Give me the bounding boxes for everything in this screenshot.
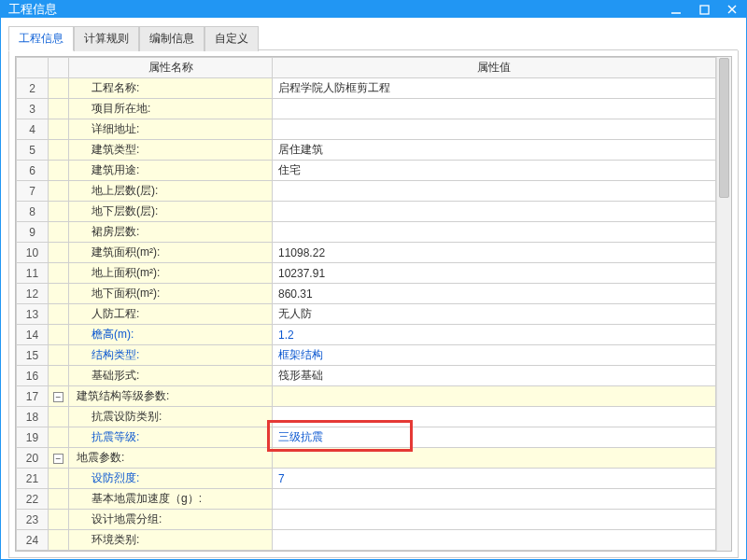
collapse-icon[interactable]: − xyxy=(53,392,63,402)
table-row[interactable]: 16基础形式:筏形基础 xyxy=(17,366,716,386)
tab-calc-rules[interactable]: 计算规则 xyxy=(74,26,139,51)
row-number: 6 xyxy=(17,161,49,181)
table-row[interactable]: 14檐高(m):1.2 xyxy=(17,325,716,345)
property-value[interactable] xyxy=(273,181,716,202)
table-row[interactable]: 24环境类别: xyxy=(17,530,716,551)
tree-cell xyxy=(49,366,69,386)
property-value[interactable] xyxy=(273,530,716,551)
row-number: 3 xyxy=(17,99,49,119)
close-button[interactable] xyxy=(726,3,739,16)
tab-project-info[interactable]: 工程信息 xyxy=(8,26,74,51)
tree-cell xyxy=(49,304,69,325)
tree-cell xyxy=(49,243,69,263)
tree-cell xyxy=(49,78,69,99)
maximize-button[interactable] xyxy=(698,3,711,16)
tree-cell xyxy=(49,202,69,222)
property-value[interactable]: 三级抗震 xyxy=(273,427,716,448)
property-value[interactable]: 1.2 xyxy=(273,325,716,345)
property-value[interactable] xyxy=(273,510,716,530)
row-number: 13 xyxy=(17,304,49,325)
table-row[interactable]: 12地下面积(m²):860.31 xyxy=(17,284,716,304)
tree-cell xyxy=(49,263,69,284)
property-value[interactable]: 860.31 xyxy=(273,284,716,304)
property-value[interactable]: 启程学院人防框剪工程 xyxy=(273,78,716,99)
table-row[interactable]: 10建筑面积(m²):11098.22 xyxy=(17,243,716,263)
row-number: 7 xyxy=(17,181,49,202)
table-row[interactable]: 22基本地震加速度（g）: xyxy=(17,489,716,510)
tree-cell: − xyxy=(49,386,69,407)
table-row[interactable]: 11地上面积(m²):10237.91 xyxy=(17,263,716,284)
table-row[interactable]: 23设计地震分组: xyxy=(17,510,716,530)
property-value[interactable]: 10237.91 xyxy=(273,263,716,284)
property-name: 建筑类型: xyxy=(69,140,273,161)
tree-cell xyxy=(49,345,69,366)
property-name: 建筑面积(m²): xyxy=(69,243,273,263)
property-value[interactable] xyxy=(273,448,716,469)
table-row[interactable]: 9裙房层数: xyxy=(17,222,716,243)
tree-cell xyxy=(49,427,69,448)
table-row[interactable]: 21设防烈度:7 xyxy=(17,469,716,489)
property-value[interactable] xyxy=(273,386,716,407)
property-name: 抗震等级: xyxy=(69,427,273,448)
property-value[interactable] xyxy=(273,119,716,140)
tab-compile-info[interactable]: 编制信息 xyxy=(139,26,204,51)
property-name: 结构类型: xyxy=(69,345,273,366)
tree-cell: − xyxy=(49,448,69,469)
row-number: 5 xyxy=(17,140,49,161)
property-name: 地上面积(m²): xyxy=(69,263,273,284)
property-value[interactable]: 居住建筑 xyxy=(273,140,716,161)
property-value[interactable]: 筏形基础 xyxy=(273,366,716,386)
property-value[interactable]: 框架结构 xyxy=(273,345,716,366)
table-row[interactable]: 3项目所在地: xyxy=(17,99,716,119)
property-value[interactable]: 无人防 xyxy=(273,304,716,325)
property-value[interactable]: 11098.22 xyxy=(273,243,716,263)
row-number: 20 xyxy=(17,448,49,469)
row-number: 11 xyxy=(17,263,49,284)
row-number: 12 xyxy=(17,284,49,304)
property-name: 项目所在地: xyxy=(69,99,273,119)
minimize-button[interactable] xyxy=(669,3,683,16)
table-row[interactable]: 4详细地址: xyxy=(17,119,716,140)
property-name: 地下层数(层): xyxy=(69,202,273,222)
table-row[interactable]: 19抗震等级:三级抗震 xyxy=(17,427,716,448)
row-number: 22 xyxy=(17,489,49,510)
col-tree-header xyxy=(49,58,69,78)
tree-cell xyxy=(49,510,69,530)
table-row[interactable]: 7地上层数(层): xyxy=(17,181,716,202)
property-value[interactable] xyxy=(273,99,716,119)
vertical-scrollbar[interactable] xyxy=(716,57,731,551)
table-row[interactable]: 2工程名称:启程学院人防框剪工程 xyxy=(17,78,716,99)
property-value[interactable] xyxy=(273,222,716,243)
scrollbar-thumb[interactable] xyxy=(719,58,729,198)
table-row[interactable]: 17−建筑结构等级参数: xyxy=(17,386,716,407)
col-lineno-header xyxy=(17,58,49,78)
table-row[interactable]: 8地下层数(层): xyxy=(17,202,716,222)
property-name: 基础形式: xyxy=(69,366,273,386)
tree-cell xyxy=(49,489,69,510)
property-value[interactable] xyxy=(273,407,716,427)
property-value[interactable]: 7 xyxy=(273,469,716,489)
tree-cell xyxy=(49,181,69,202)
table-row[interactable]: 5建筑类型:居住建筑 xyxy=(17,140,716,161)
tree-cell xyxy=(49,469,69,489)
table-row[interactable]: 20−地震参数: xyxy=(17,448,716,469)
row-number: 14 xyxy=(17,325,49,345)
property-value[interactable]: 住宅 xyxy=(273,161,716,181)
app-window: 工程信息 工程信息 计算规则 编制信息 自定义 xyxy=(0,0,747,560)
table-row[interactable]: 18抗震设防类别: xyxy=(17,407,716,427)
row-number: 2 xyxy=(17,78,49,99)
tree-cell xyxy=(49,99,69,119)
table-row[interactable]: 6建筑用途:住宅 xyxy=(17,161,716,181)
property-value[interactable] xyxy=(273,202,716,222)
tree-cell xyxy=(49,119,69,140)
property-name: 人防工程: xyxy=(69,304,273,325)
property-name: 地上层数(层): xyxy=(69,181,273,202)
table-row[interactable]: 13人防工程:无人防 xyxy=(17,304,716,325)
table-row[interactable]: 15结构类型:框架结构 xyxy=(17,345,716,366)
tab-custom[interactable]: 自定义 xyxy=(204,26,259,51)
property-value[interactable] xyxy=(273,489,716,510)
property-table: 属性名称 属性值 2工程名称:启程学院人防框剪工程3项目所在地:4详细地址:5建… xyxy=(16,57,716,551)
collapse-icon[interactable]: − xyxy=(53,454,63,464)
row-number: 17 xyxy=(17,386,49,407)
tab-bar: 工程信息 计算规则 编制信息 自定义 xyxy=(8,26,739,51)
